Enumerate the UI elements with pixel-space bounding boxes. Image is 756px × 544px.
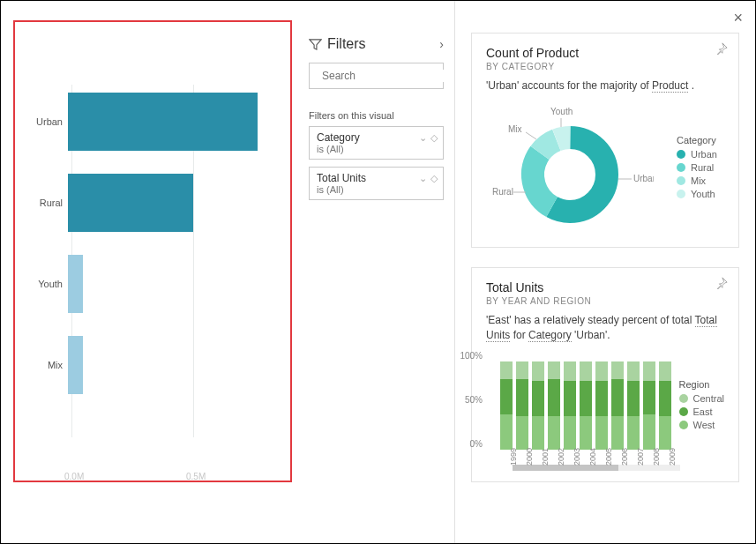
svg-text:Mix: Mix bbox=[508, 124, 522, 134]
stacked-column[interactable] bbox=[659, 361, 671, 450]
bar-label: Mix bbox=[27, 360, 68, 370]
filter-name: Total Units bbox=[317, 172, 436, 184]
filter-card-total-units[interactable]: Total Units is (All) ⌄◇ bbox=[309, 167, 444, 200]
filters-pane: Filters › Filters on this visual Categor… bbox=[298, 1, 455, 543]
stacked-column[interactable] bbox=[643, 361, 655, 450]
x-tick: 2007 bbox=[636, 448, 645, 466]
stacked-column[interactable] bbox=[548, 361, 560, 450]
bar-fill bbox=[68, 93, 258, 151]
filter-icon bbox=[309, 38, 322, 51]
seg-east bbox=[516, 379, 528, 416]
seg-east bbox=[500, 379, 513, 414]
search-input[interactable] bbox=[322, 70, 454, 82]
bar-row-urban[interactable]: Urban bbox=[27, 89, 283, 154]
seg-central bbox=[532, 361, 544, 381]
x-tick: 2001 bbox=[541, 448, 550, 466]
x-tick: 1999 bbox=[509, 448, 518, 466]
seg-central bbox=[564, 361, 576, 381]
filter-name: Category bbox=[317, 131, 436, 144]
chart-scrollbar[interactable] bbox=[513, 465, 680, 471]
legend-item-west[interactable]: West bbox=[679, 420, 724, 430]
filter-value: is (All) bbox=[317, 184, 436, 195]
seg-east bbox=[532, 381, 544, 416]
card-total-units[interactable]: Total Units BY YEAR AND REGION 'East' ha… bbox=[471, 267, 739, 483]
seg-east bbox=[548, 379, 560, 416]
legend-title: Category bbox=[677, 135, 717, 145]
x-tick: 0.5M bbox=[186, 472, 206, 481]
seg-east bbox=[643, 381, 655, 414]
legend-item-urban[interactable]: Urban bbox=[677, 149, 717, 160]
close-icon[interactable]: × bbox=[733, 10, 743, 26]
x-tick: 2003 bbox=[573, 448, 581, 466]
seg-central bbox=[500, 361, 513, 379]
filter-value: is (All) bbox=[317, 144, 436, 154]
pin-icon[interactable] bbox=[715, 277, 728, 292]
seg-west bbox=[659, 416, 671, 450]
filters-header[interactable]: Filters › bbox=[309, 36, 444, 52]
bar-row-mix[interactable]: Mix bbox=[27, 332, 283, 398]
y-tick: 100% bbox=[460, 351, 483, 361]
card-count-of-product[interactable]: Count of Product BY CATEGORY 'Urban' acc… bbox=[471, 33, 739, 248]
insights-panel: Count of Product BY CATEGORY 'Urban' acc… bbox=[455, 1, 755, 543]
chevron-right-icon[interactable]: › bbox=[439, 37, 444, 51]
filter-card-category[interactable]: Category is (All) ⌄◇ bbox=[309, 126, 444, 160]
x-tick: 2005 bbox=[604, 448, 613, 466]
stacked-bar-chart[interactable]: 100% 50% 0% 1999200020012002200320042005… bbox=[486, 354, 660, 469]
legend-item-rural[interactable]: Rural bbox=[677, 162, 717, 173]
seg-west bbox=[580, 416, 592, 450]
clear-filter-icon[interactable]: ◇ bbox=[430, 132, 438, 144]
stacked-column[interactable] bbox=[500, 361, 513, 450]
seg-east bbox=[564, 381, 576, 416]
clear-filter-icon[interactable]: ◇ bbox=[430, 173, 438, 184]
x-tick: 2008 bbox=[652, 448, 661, 466]
seg-central bbox=[611, 361, 624, 379]
seg-east bbox=[595, 381, 608, 416]
pin-icon[interactable] bbox=[715, 42, 728, 57]
card-description: 'East' has a relatively steady percent o… bbox=[486, 313, 724, 343]
legend-item-central[interactable]: Central bbox=[679, 393, 724, 404]
svg-text:Rural: Rural bbox=[492, 187, 513, 197]
y-tick: 50% bbox=[465, 395, 483, 405]
stacked-column[interactable] bbox=[595, 361, 608, 450]
seg-central bbox=[580, 361, 592, 381]
x-tick: 0.0M bbox=[64, 472, 84, 481]
stacked-column[interactable] bbox=[532, 361, 544, 450]
filters-title: Filters bbox=[327, 36, 366, 52]
card-subtitle: BY YEAR AND REGION bbox=[486, 296, 724, 306]
bar-label: Rural bbox=[27, 197, 68, 208]
svg-text:Urban: Urban bbox=[633, 174, 654, 183]
legend-item-mix[interactable]: Mix bbox=[677, 175, 717, 186]
bar-label: Urban bbox=[27, 116, 68, 127]
bar-chart[interactable]: Urban Rural Youth Mix bbox=[27, 89, 283, 458]
stacked-column[interactable] bbox=[627, 361, 640, 450]
seg-central bbox=[659, 361, 671, 381]
seg-west bbox=[643, 414, 655, 450]
legend-item-east[interactable]: East bbox=[679, 406, 724, 417]
card-title: Count of Product bbox=[486, 46, 724, 60]
stacked-column[interactable] bbox=[611, 361, 624, 450]
filters-section-label: Filters on this visual bbox=[309, 110, 444, 121]
y-tick: 0% bbox=[470, 439, 483, 449]
bar-row-rural[interactable]: Rural bbox=[27, 170, 283, 235]
search-box[interactable] bbox=[309, 63, 444, 89]
scrollbar-thumb[interactable] bbox=[513, 465, 618, 471]
donut-chart[interactable]: Urban Rural Mix Youth bbox=[486, 102, 654, 235]
card-subtitle: BY CATEGORY bbox=[486, 62, 724, 71]
stacked-legend: Region Central East West bbox=[679, 379, 724, 469]
seg-west bbox=[595, 416, 608, 450]
x-tick: 2006 bbox=[620, 448, 629, 466]
stacked-column[interactable] bbox=[516, 361, 528, 450]
seg-central bbox=[595, 361, 608, 381]
bar-label: Youth bbox=[27, 279, 68, 289]
bar-fill bbox=[68, 336, 83, 394]
left-panel: Urban Rural Youth Mix 0.0M 0.5M bbox=[1, 1, 298, 543]
seg-west bbox=[500, 414, 513, 450]
chevron-down-icon[interactable]: ⌄ bbox=[419, 132, 427, 144]
seg-central bbox=[516, 361, 528, 379]
bar-row-youth[interactable]: Youth bbox=[27, 251, 283, 317]
seg-east bbox=[627, 381, 640, 416]
stacked-column[interactable] bbox=[564, 361, 576, 450]
legend-item-youth[interactable]: Youth bbox=[677, 189, 717, 199]
chevron-down-icon[interactable]: ⌄ bbox=[419, 173, 427, 184]
stacked-column[interactable] bbox=[580, 361, 592, 450]
